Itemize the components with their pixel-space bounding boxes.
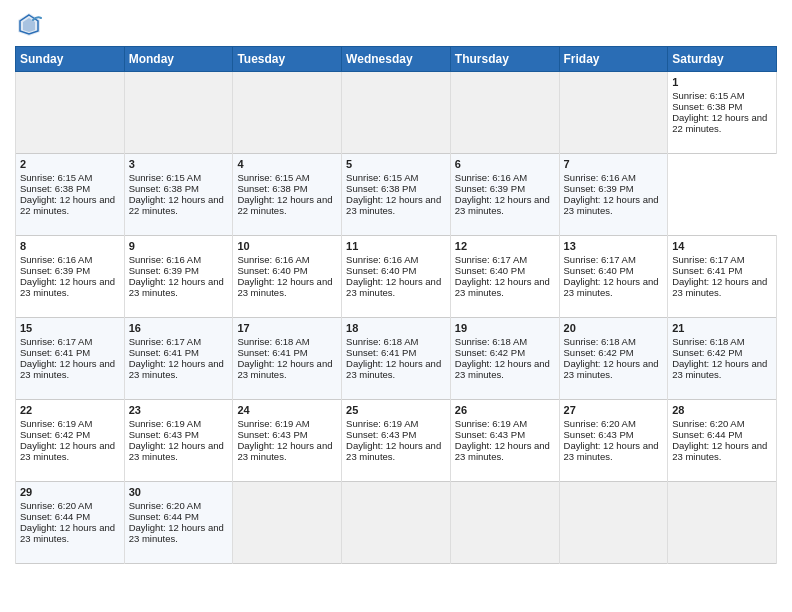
calendar-day-1: 1Sunrise: 6:15 AMSunset: 6:38 PMDaylight… — [668, 72, 777, 154]
calendar-day-6: 6Sunrise: 6:16 AMSunset: 6:39 PMDaylight… — [450, 154, 559, 236]
empty-cell — [342, 72, 451, 154]
calendar-day-23: 23Sunrise: 6:19 AMSunset: 6:43 PMDayligh… — [124, 400, 233, 482]
empty-cell — [124, 72, 233, 154]
days-of-week-row: SundayMondayTuesdayWednesdayThursdayFrid… — [16, 47, 777, 72]
calendar-day-14: 14Sunrise: 6:17 AMSunset: 6:41 PMDayligh… — [668, 236, 777, 318]
calendar-day-21: 21Sunrise: 6:18 AMSunset: 6:42 PMDayligh… — [668, 318, 777, 400]
calendar-day-22: 22Sunrise: 6:19 AMSunset: 6:42 PMDayligh… — [16, 400, 125, 482]
calendar-body: 1Sunrise: 6:15 AMSunset: 6:38 PMDaylight… — [16, 72, 777, 564]
calendar-day-12: 12Sunrise: 6:17 AMSunset: 6:40 PMDayligh… — [450, 236, 559, 318]
calendar-day-3: 3Sunrise: 6:15 AMSunset: 6:38 PMDaylight… — [124, 154, 233, 236]
day-header-friday: Friday — [559, 47, 668, 72]
logo — [15, 10, 47, 38]
empty-cell — [450, 72, 559, 154]
calendar-day-26: 26Sunrise: 6:19 AMSunset: 6:43 PMDayligh… — [450, 400, 559, 482]
empty-cell — [342, 482, 451, 564]
calendar-day-15: 15Sunrise: 6:17 AMSunset: 6:41 PMDayligh… — [16, 318, 125, 400]
empty-cell — [559, 482, 668, 564]
calendar-day-29: 29Sunrise: 6:20 AMSunset: 6:44 PMDayligh… — [16, 482, 125, 564]
calendar-table: SundayMondayTuesdayWednesdayThursdayFrid… — [15, 46, 777, 564]
calendar-day-2: 2Sunrise: 6:15 AMSunset: 6:38 PMDaylight… — [16, 154, 125, 236]
day-header-saturday: Saturday — [668, 47, 777, 72]
calendar-day-19: 19Sunrise: 6:18 AMSunset: 6:42 PMDayligh… — [450, 318, 559, 400]
calendar-day-18: 18Sunrise: 6:18 AMSunset: 6:41 PMDayligh… — [342, 318, 451, 400]
calendar-page: SundayMondayTuesdayWednesdayThursdayFrid… — [0, 0, 792, 612]
calendar-header: SundayMondayTuesdayWednesdayThursdayFrid… — [16, 47, 777, 72]
day-header-wednesday: Wednesday — [342, 47, 451, 72]
calendar-day-30: 30Sunrise: 6:20 AMSunset: 6:44 PMDayligh… — [124, 482, 233, 564]
calendar-week-2: 8Sunrise: 6:16 AMSunset: 6:39 PMDaylight… — [16, 236, 777, 318]
calendar-day-25: 25Sunrise: 6:19 AMSunset: 6:43 PMDayligh… — [342, 400, 451, 482]
calendar-day-7: 7Sunrise: 6:16 AMSunset: 6:39 PMDaylight… — [559, 154, 668, 236]
calendar-day-27: 27Sunrise: 6:20 AMSunset: 6:43 PMDayligh… — [559, 400, 668, 482]
day-header-sunday: Sunday — [16, 47, 125, 72]
logo-icon — [15, 10, 43, 38]
empty-cell — [233, 72, 342, 154]
calendar-day-10: 10Sunrise: 6:16 AMSunset: 6:40 PMDayligh… — [233, 236, 342, 318]
calendar-day-24: 24Sunrise: 6:19 AMSunset: 6:43 PMDayligh… — [233, 400, 342, 482]
calendar-day-20: 20Sunrise: 6:18 AMSunset: 6:42 PMDayligh… — [559, 318, 668, 400]
calendar-week-last: 29Sunrise: 6:20 AMSunset: 6:44 PMDayligh… — [16, 482, 777, 564]
empty-cell — [16, 72, 125, 154]
calendar-day-9: 9Sunrise: 6:16 AMSunset: 6:39 PMDaylight… — [124, 236, 233, 318]
empty-cell — [668, 482, 777, 564]
day-header-monday: Monday — [124, 47, 233, 72]
calendar-week-1: 2Sunrise: 6:15 AMSunset: 6:38 PMDaylight… — [16, 154, 777, 236]
calendar-day-28: 28Sunrise: 6:20 AMSunset: 6:44 PMDayligh… — [668, 400, 777, 482]
calendar-week-0: 1Sunrise: 6:15 AMSunset: 6:38 PMDaylight… — [16, 72, 777, 154]
calendar-day-13: 13Sunrise: 6:17 AMSunset: 6:40 PMDayligh… — [559, 236, 668, 318]
day-header-thursday: Thursday — [450, 47, 559, 72]
day-header-tuesday: Tuesday — [233, 47, 342, 72]
header — [15, 10, 777, 38]
calendar-day-17: 17Sunrise: 6:18 AMSunset: 6:41 PMDayligh… — [233, 318, 342, 400]
calendar-week-4: 22Sunrise: 6:19 AMSunset: 6:42 PMDayligh… — [16, 400, 777, 482]
calendar-day-16: 16Sunrise: 6:17 AMSunset: 6:41 PMDayligh… — [124, 318, 233, 400]
empty-cell — [559, 72, 668, 154]
calendar-week-3: 15Sunrise: 6:17 AMSunset: 6:41 PMDayligh… — [16, 318, 777, 400]
calendar-day-11: 11Sunrise: 6:16 AMSunset: 6:40 PMDayligh… — [342, 236, 451, 318]
empty-cell — [233, 482, 342, 564]
empty-cell — [450, 482, 559, 564]
calendar-day-8: 8Sunrise: 6:16 AMSunset: 6:39 PMDaylight… — [16, 236, 125, 318]
calendar-day-4: 4Sunrise: 6:15 AMSunset: 6:38 PMDaylight… — [233, 154, 342, 236]
calendar-day-5: 5Sunrise: 6:15 AMSunset: 6:38 PMDaylight… — [342, 154, 451, 236]
